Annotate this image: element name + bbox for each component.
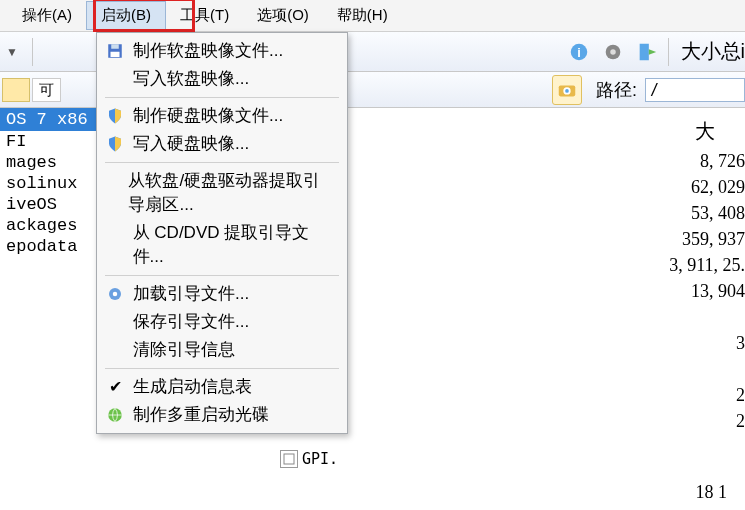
menu-tools[interactable]: 工具(T) [166,2,243,29]
dd-label: 制作多重启动光碟 [133,403,269,427]
size-value: 359, 937 [635,226,745,252]
shield-icon [103,104,127,128]
tree-selected-tab[interactable]: OS 7 x86 [0,108,96,131]
svg-marker-8 [648,49,655,55]
dd-label: 写入硬盘映像... [133,132,249,156]
exit-button[interactable] [632,37,662,67]
svg-rect-13 [111,44,119,49]
file-icon [280,450,298,468]
dd-label: 从软盘/硬盘驱动器提取引导扇区... [128,169,337,217]
door-exit-icon [636,41,658,63]
left-tree: OS 7 x86 FI mages solinux iveOS ackages … [0,108,96,257]
shield-icon [103,132,127,156]
info-icon: i [568,41,590,63]
floppy-icon [103,39,127,63]
size-value: 8, 726 [635,148,745,174]
toolbar-left-dropdown[interactable]: ▼ [0,32,28,72]
dd-save-boot-file[interactable]: 保存引导文件... [99,308,345,336]
tree-item[interactable]: epodata [0,236,96,257]
dd-write-floppy-image[interactable]: 写入软盘映像... [99,65,345,93]
dd-extract-from-cd[interactable]: 从 CD/DVD 提取引导文件... [99,219,345,271]
size-value: 2 [635,408,745,434]
blank-icon [103,310,127,334]
dd-make-multiboot-disc[interactable]: 制作多重启动光碟 [99,401,345,429]
dd-load-boot-file[interactable]: 加载引导文件... [99,280,345,308]
path-input[interactable] [645,78,745,102]
check-icon: ✔ [103,375,127,399]
dd-write-hdd-image[interactable]: 写入硬盘映像... [99,130,345,158]
bottom-file-row[interactable]: GPI. [280,450,338,468]
dd-separator [105,368,339,369]
blank-icon [103,67,127,91]
dd-separator [105,97,339,98]
svg-rect-7 [639,43,648,60]
camera-icon [556,79,578,101]
dd-make-hdd-image[interactable]: 制作硬盘映像文件... [99,102,345,130]
size-value: 2 [635,382,745,408]
bottom-size-value: 18 1 [696,482,728,503]
menu-boot[interactable]: 启动(B) [86,1,166,30]
tree-item[interactable]: FI [0,131,96,152]
boot-dropdown: 制作软盘映像文件... 写入软盘映像... 制作硬盘映像文件... 写入硬盘映像… [96,32,348,434]
info-button[interactable]: i [564,37,594,67]
dd-separator [105,275,339,276]
blank-icon [103,233,127,257]
dd-label: 写入软盘映像... [133,67,249,91]
dd-label: 从 CD/DVD 提取引导文件... [133,221,337,269]
menubar: 操作(A) 启动(B) 工具(T) 选项(O) 帮助(H) [0,0,745,32]
gear-icon [602,41,624,63]
blank-icon [103,181,122,205]
menu-options[interactable]: 选项(O) [243,2,323,29]
globe-icon [103,403,127,427]
dd-clear-boot-info[interactable]: 清除引导信息 [99,336,345,364]
svg-rect-18 [284,454,294,464]
dd-label: 加载引导文件... [133,282,249,306]
bottom-file-name: GPI. [302,450,338,468]
size-value: 62, 029 [635,174,745,200]
blank-icon [103,338,127,362]
menu-actions[interactable]: 操作(A) [8,2,86,29]
svg-point-11 [565,89,569,93]
size-total-label: 大小总i [681,38,745,65]
dd-label: 制作硬盘映像文件... [133,104,283,128]
dd-label: 生成启动信息表 [133,375,252,399]
dd-gen-boot-info-table[interactable]: ✔ 生成启动信息表 [99,373,345,401]
menu-help[interactable]: 帮助(H) [323,2,402,29]
tree-item[interactable]: solinux [0,173,96,194]
settings-button[interactable] [598,37,628,67]
size-value: 53, 408 [635,200,745,226]
dd-make-floppy-image[interactable]: 制作软盘映像文件... [99,37,345,65]
dd-separator [105,162,339,163]
size-value: 3, 911, 25. [635,252,745,278]
pathbar-left-button[interactable]: 可 [32,78,61,102]
tree-item[interactable]: mages [0,152,96,173]
size-value: 3 [635,330,745,356]
size-column: 8, 726 62, 029 53, 408 359, 937 3, 911, … [635,148,745,434]
svg-point-16 [113,292,118,297]
svg-point-6 [610,49,616,55]
svg-rect-14 [111,52,120,57]
dd-label: 制作软盘映像文件... [133,39,283,63]
gear-icon [103,282,127,306]
size-value: 13, 904 [635,278,745,304]
tree-item[interactable]: ackages [0,215,96,236]
path-label: 路径: [596,78,637,102]
camera-button[interactable] [552,75,582,105]
dd-label: 清除引导信息 [133,338,235,362]
dd-extract-bootsector[interactable]: 从软盘/硬盘驱动器提取引导扇区... [99,167,345,219]
size-value [635,304,745,330]
pathbar-left: 可 [0,72,61,108]
pathbar-yellow-segment[interactable] [2,78,30,102]
dd-label: 保存引导文件... [133,310,249,334]
tree-item[interactable]: iveOS [0,194,96,215]
column-header-size: 大 [695,118,715,145]
size-value [635,356,745,382]
svg-text:i: i [577,44,581,59]
